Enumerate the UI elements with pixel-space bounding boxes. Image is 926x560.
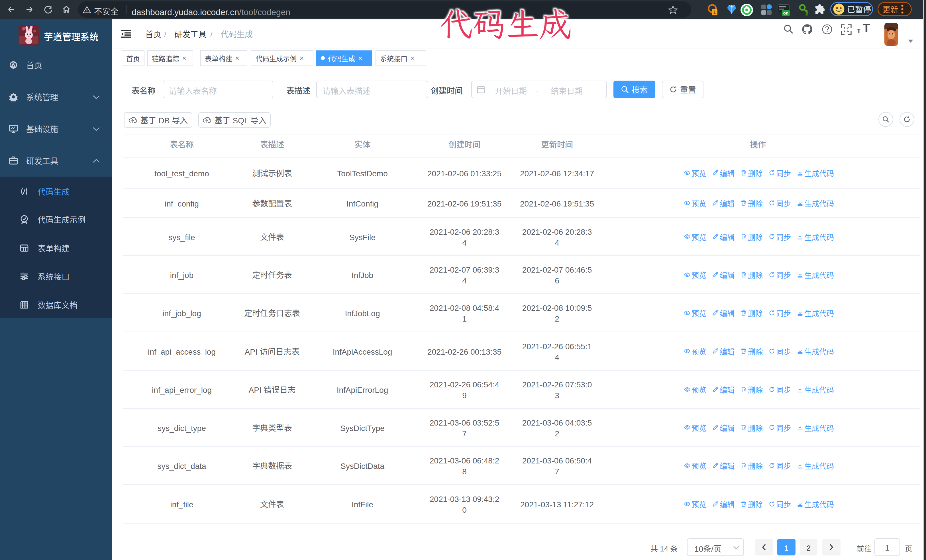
svg-text:1: 1 bbox=[713, 9, 716, 15]
svg-text:on: on bbox=[783, 10, 788, 16]
